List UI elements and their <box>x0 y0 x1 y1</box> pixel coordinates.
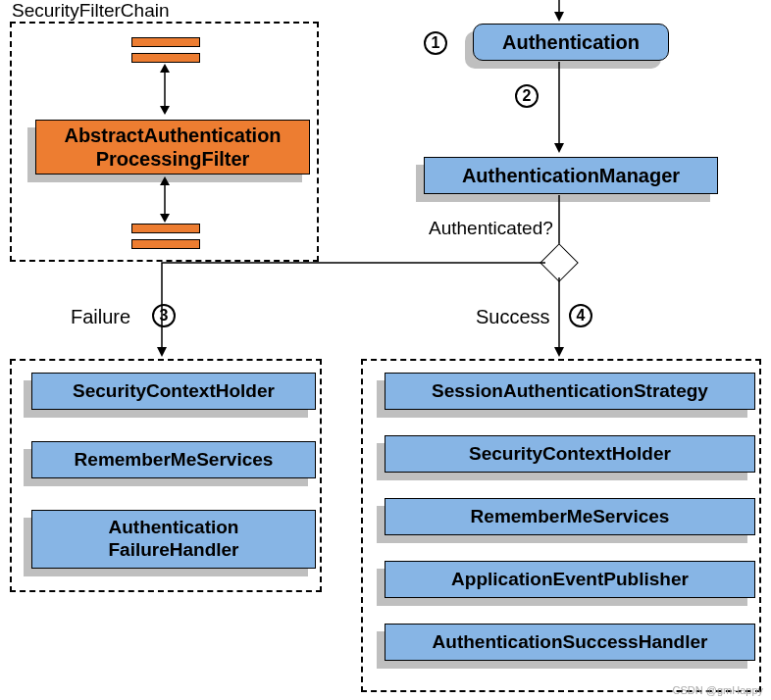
svg-marker-5 <box>160 214 170 223</box>
step-1-number: 1 <box>424 31 447 55</box>
filter-bar-bottom-1 <box>131 224 200 233</box>
authmgr-box: AuthenticationManager <box>424 157 718 194</box>
arrow-into-auth <box>551 0 571 25</box>
svg-marker-11 <box>157 347 167 357</box>
success-item-5: AuthenticationSuccessHandler <box>385 624 755 661</box>
step-4-number: 4 <box>569 304 592 327</box>
svg-marker-2 <box>160 106 170 115</box>
failure-item-2: RememberMeServices <box>31 441 316 478</box>
arrow-to-authmgr <box>551 62 571 155</box>
svg-marker-1 <box>160 64 170 73</box>
failure-item-3: Authentication FailureHandler <box>31 510 316 569</box>
arrow-top-filter <box>157 64 177 123</box>
step-2-number: 2 <box>515 84 539 108</box>
arrow-bottom-filter <box>157 176 177 230</box>
decision-diamond <box>540 243 579 282</box>
step-3-number: 3 <box>152 304 176 327</box>
success-item-3: RememberMeServices <box>385 498 755 535</box>
decision-label: Authenticated? <box>429 218 553 239</box>
svg-marker-9 <box>554 143 564 153</box>
filter-chain-title: SecurityFilterChain <box>12 0 170 22</box>
success-item-2: SecurityContextHolder <box>385 435 755 473</box>
watermark: CSDN @gmHappy <box>673 684 763 696</box>
main-filter-box: AbstractAuthentication ProcessingFilter <box>35 120 310 175</box>
filter-bar-bottom-2 <box>131 239 200 249</box>
svg-marker-4 <box>160 176 170 185</box>
svg-marker-12 <box>554 347 564 357</box>
filter-bar-top-1 <box>131 37 200 47</box>
success-title: Success <box>476 306 550 328</box>
svg-marker-7 <box>554 12 564 22</box>
success-item-4: ApplicationEventPublisher <box>385 561 755 598</box>
success-item-1: SessionAuthenticationStrategy <box>385 373 755 410</box>
failure-title: Failure <box>71 306 130 328</box>
filter-bar-top-2 <box>131 53 200 63</box>
failure-item-1: SecurityContextHolder <box>31 373 316 410</box>
line-to-diamond <box>551 195 571 249</box>
authentication-box: Authentication <box>473 24 669 61</box>
